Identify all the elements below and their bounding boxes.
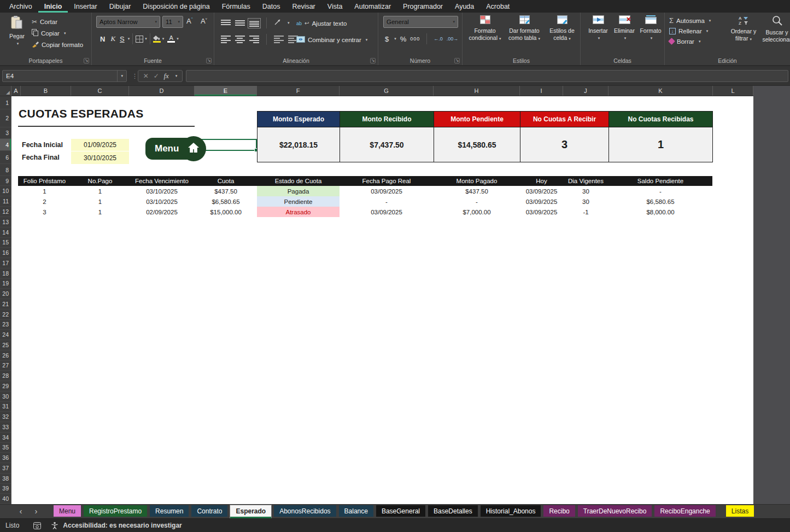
- borders-icon[interactable]: [136, 36, 143, 43]
- menu-tab-dibujar[interactable]: Dibujar: [103, 0, 137, 13]
- chevron-down-icon[interactable]: ▾: [128, 37, 130, 41]
- accessibility-icon[interactable]: [51, 522, 58, 529]
- percent-style-button[interactable]: %: [400, 35, 407, 43]
- row-header-12[interactable]: 12: [0, 207, 11, 217]
- table-cell[interactable]: $6,580.65: [608, 196, 712, 207]
- sheet-tab-traerdenuevorecibo[interactable]: TraerDeNuevoRecibo: [578, 505, 652, 517]
- row-header-16[interactable]: 16: [0, 248, 11, 258]
- table-cell[interactable]: $437.50: [434, 186, 520, 196]
- table-cell[interactable]: $7,000.00: [434, 207, 520, 217]
- menu-tab-fórmulas[interactable]: Fórmulas: [216, 0, 256, 13]
- table-cell[interactable]: $437.50: [195, 186, 257, 196]
- sheet-tab-reciboenganche[interactable]: ReciboEnganche: [654, 505, 715, 517]
- table-cell[interactable]: 03/09/2025: [340, 207, 434, 217]
- column-header-F[interactable]: F: [257, 86, 340, 96]
- row-header-33[interactable]: 33: [0, 422, 11, 432]
- row-header-20[interactable]: 20: [0, 289, 11, 299]
- table-cell[interactable]: 30: [563, 196, 608, 207]
- sheet-tab-registroprestamo[interactable]: RegistroPrestamo: [84, 505, 147, 517]
- orientation-icon[interactable]: [274, 18, 282, 28]
- menu-tab-revisar[interactable]: Revisar: [286, 0, 321, 13]
- table-cell[interactable]: $8,000.00: [608, 207, 712, 217]
- row-header-22[interactable]: 22: [0, 309, 11, 320]
- sheet-tab-basedetalles[interactable]: BaseDetalles: [428, 505, 478, 517]
- scroll-tabs-right-icon[interactable]: ›: [31, 506, 42, 516]
- table-cell[interactable]: 3: [18, 207, 71, 217]
- column-header-D[interactable]: D: [129, 86, 195, 96]
- dialog-launcher-icon[interactable]: ↘: [84, 58, 89, 63]
- align-bottom-icon[interactable]: [249, 20, 259, 27]
- grow-font-button[interactable]: A^: [186, 17, 193, 25]
- insert-cells-button[interactable]: Insertar ▾: [586, 15, 610, 41]
- row-header-40[interactable]: 40: [0, 494, 11, 504]
- row-header-24[interactable]: 24: [0, 330, 11, 340]
- table-cell[interactable]: 1: [71, 186, 129, 196]
- font-size-select[interactable]: 11 ▾: [162, 16, 183, 28]
- chevron-down-icon[interactable]: ▾: [145, 37, 147, 41]
- align-middle-icon[interactable]: [235, 20, 245, 27]
- confirm-entry-icon[interactable]: ✓: [154, 72, 159, 80]
- chevron-down-icon[interactable]: ▾: [394, 37, 396, 41]
- accounting-format-button[interactable]: $: [385, 35, 389, 43]
- table-cell[interactable]: 03/09/2025: [340, 186, 434, 196]
- menu-tab-insertar[interactable]: Insertar: [68, 0, 103, 13]
- sheet-tab-balance[interactable]: Balance: [339, 505, 373, 517]
- column-header-G[interactable]: G: [340, 86, 434, 96]
- status-cell[interactable]: Atrasado: [257, 207, 340, 217]
- shrink-font-button[interactable]: Av: [201, 17, 207, 25]
- column-header-A[interactable]: A: [11, 86, 21, 96]
- delete-cells-button[interactable]: ✕ Eliminar ▾: [612, 15, 636, 41]
- row-header-19[interactable]: 19: [0, 279, 11, 289]
- menu-tab-inicio[interactable]: Inicio: [38, 0, 68, 13]
- column-header-E[interactable]: E: [195, 86, 257, 96]
- menu-tab-datos[interactable]: Datos: [256, 0, 286, 13]
- row-header-1[interactable]: 1: [0, 96, 11, 109]
- row-header-26[interactable]: 26: [0, 350, 11, 361]
- row-header-32[interactable]: 32: [0, 412, 11, 422]
- row-header-38[interactable]: 38: [0, 473, 11, 484]
- bold-button[interactable]: N: [97, 35, 108, 43]
- chevron-down-icon[interactable]: ▾: [162, 37, 165, 41]
- merge-center-button[interactable]: Combinar y centrar ▾: [296, 34, 367, 45]
- align-top-icon[interactable]: [221, 20, 231, 27]
- sheet-tab-contrato[interactable]: Contrato: [191, 505, 227, 517]
- cancel-entry-icon[interactable]: ✕: [143, 72, 149, 80]
- column-header-I[interactable]: I: [520, 86, 563, 96]
- row-header-21[interactable]: 21: [0, 299, 11, 309]
- copy-button[interactable]: Copiar ▾: [32, 27, 83, 39]
- menu-tab-vista[interactable]: Vista: [321, 0, 349, 13]
- table-cell[interactable]: -: [434, 196, 520, 207]
- table-cell[interactable]: 1: [18, 186, 71, 196]
- row-header-13[interactable]: 13: [0, 217, 11, 227]
- number-format-select[interactable]: General ▾: [383, 16, 458, 28]
- row-header-15[interactable]: 15: [0, 238, 11, 248]
- table-cell[interactable]: $6,580.65: [195, 196, 257, 207]
- increase-decimal-button[interactable]: ←.0: [434, 36, 443, 42]
- wrap-text-button[interactable]: ab ↩ Ajustar texto: [296, 17, 347, 29]
- format-cells-button[interactable]: Formato ▾: [639, 15, 663, 41]
- row-header-9[interactable]: 9: [0, 176, 11, 186]
- conditional-formatting-button[interactable]: Formato condicional▾: [467, 15, 503, 42]
- align-left-icon[interactable]: [221, 36, 231, 43]
- row-header-18[interactable]: 18: [0, 268, 11, 279]
- sheet-tab-recibo[interactable]: Recibo: [543, 505, 575, 517]
- menu-tab-archivo[interactable]: Archivo: [3, 0, 38, 13]
- table-cell[interactable]: 03/10/2025: [129, 186, 195, 196]
- insert-function-icon[interactable]: fx: [163, 72, 168, 80]
- menu-tab-ayuda[interactable]: Ayuda: [449, 0, 480, 13]
- row-header-2[interactable]: 2: [0, 109, 11, 127]
- status-cell[interactable]: Pendiente: [257, 196, 340, 207]
- menu-tab-acrobat[interactable]: Acrobat: [480, 0, 516, 13]
- align-right-icon[interactable]: [249, 36, 259, 43]
- menu-tab-automatizar[interactable]: Automatizar: [348, 0, 397, 13]
- status-cell[interactable]: Pagada: [257, 186, 340, 196]
- decrease-decimal-button[interactable]: .00→: [447, 36, 459, 42]
- table-cell[interactable]: 03/09/2025: [520, 196, 563, 207]
- table-cell[interactable]: 03/10/2025: [129, 196, 195, 207]
- sheet-tab-resumen[interactable]: Resumen: [150, 505, 189, 517]
- row-header-3[interactable]: 3: [0, 127, 11, 139]
- sheet-canvas[interactable]: CUOTAS ESPERADAS Fecha Inicial 01/09/202…: [11, 96, 753, 504]
- table-cell[interactable]: -: [608, 186, 712, 196]
- table-cell[interactable]: -: [340, 196, 434, 207]
- font-color-button[interactable]: A: [167, 35, 175, 43]
